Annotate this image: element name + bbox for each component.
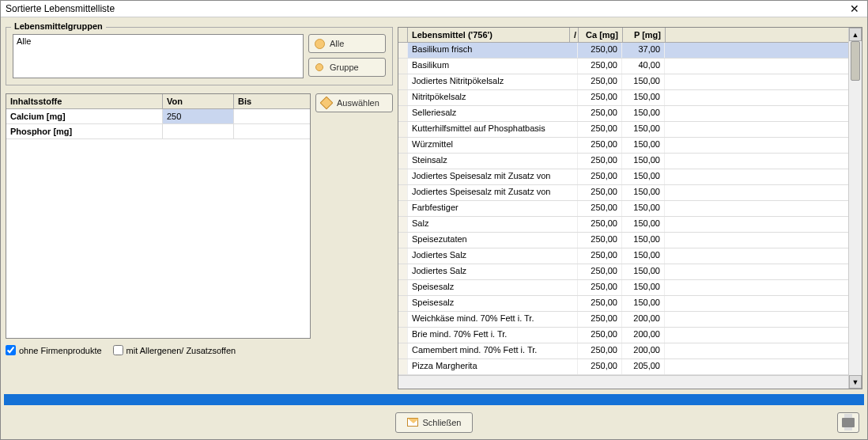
- food-p: 150,00: [622, 106, 665, 121]
- food-p: 150,00: [622, 169, 665, 184]
- row-handle[interactable]: [398, 248, 408, 264]
- col-food[interactable]: Lebensmittel ('756'): [408, 28, 570, 42]
- food-row[interactable]: Speisesalz250,00150,00: [398, 296, 848, 312]
- groups-listbox[interactable]: Alle: [13, 34, 304, 78]
- ohne-firma-input[interactable]: [6, 345, 16, 355]
- ingredients-table[interactable]: Inhaltsstoffe Von Bis Calcium [mg]250Pho…: [6, 93, 311, 339]
- scroll-down-button[interactable]: ▼: [849, 375, 862, 389]
- food-ca: 250,00: [578, 280, 622, 295]
- row-handle[interactable]: [398, 296, 408, 311]
- print-button[interactable]: [837, 412, 859, 433]
- food-row[interactable]: Nitritpökelsalz250,00150,00: [398, 90, 848, 106]
- mit-allergen-input[interactable]: [113, 345, 123, 355]
- groups-legend: Lebensmittelgruppen: [11, 21, 106, 31]
- circle-icon: [314, 38, 325, 49]
- row-handle[interactable]: [398, 74, 408, 89]
- food-name: Pizza Margherita: [408, 359, 578, 374]
- food-row[interactable]: Jodiertes Salz250,00150,00: [398, 248, 848, 264]
- food-row[interactable]: Basilikum frisch250,0037,00: [398, 43, 848, 59]
- food-header: Lebensmittel ('756') / Ca [mg] P [mg]: [398, 28, 848, 43]
- mail-icon: [407, 417, 418, 428]
- food-row[interactable]: Basilikum250,0040,00: [398, 59, 848, 74]
- food-name: Steinsalz: [408, 154, 578, 169]
- food-p: 205,00: [622, 359, 665, 374]
- ingredient-bis[interactable]: [234, 124, 310, 138]
- group-button[interactable]: Gruppe: [308, 58, 386, 77]
- row-handle[interactable]: [398, 59, 408, 74]
- food-scrollbar[interactable]: ▲ ▼: [848, 28, 862, 389]
- close-icon[interactable]: ✕: [847, 2, 862, 16]
- food-row[interactable]: Speisesalz250,00150,00: [398, 280, 848, 296]
- food-row[interactable]: Farbfestiger250,00150,00: [398, 201, 848, 217]
- food-p: 37,00: [622, 43, 665, 58]
- row-handle[interactable]: [398, 169, 408, 184]
- col-sort[interactable]: /: [570, 28, 579, 42]
- food-p: 150,00: [622, 280, 665, 295]
- ohne-firma-checkbox[interactable]: ohne Firmenprodukte: [6, 345, 102, 355]
- ingredient-von[interactable]: [163, 124, 234, 138]
- mit-allergen-checkbox[interactable]: mit Allergenen/ Zusatzsoffen: [113, 345, 236, 355]
- food-ca: 250,00: [578, 169, 622, 184]
- col-bis[interactable]: Bis: [234, 94, 310, 108]
- row-handle[interactable]: [398, 264, 408, 279]
- all-button[interactable]: Alle: [308, 34, 386, 53]
- col-ca[interactable]: Ca [mg]: [579, 28, 623, 42]
- food-name: Jodiertes Speisesalz mit Zusatz von: [408, 169, 578, 184]
- row-handle[interactable]: [398, 312, 408, 327]
- row-handle[interactable]: [398, 43, 408, 58]
- food-row[interactable]: Kutterhilfsmittel auf Phosphatbasis250,0…: [398, 122, 848, 138]
- food-row[interactable]: Salz250,00150,00: [398, 217, 848, 233]
- close-button[interactable]: Schließen: [395, 412, 474, 433]
- group-icon: [314, 62, 325, 73]
- food-name: Würzmittel: [408, 138, 578, 153]
- row-handle[interactable]: [398, 328, 408, 343]
- food-row[interactable]: Steinsalz250,00150,00: [398, 154, 848, 169]
- food-table[interactable]: Lebensmittel ('756') / Ca [mg] P [mg] Ba…: [398, 28, 848, 389]
- row-handle[interactable]: [398, 185, 408, 200]
- food-name: Jodiertes Nitritpökelsalz: [408, 74, 578, 89]
- select-button-label: Auswählen: [337, 98, 379, 108]
- food-p: 150,00: [622, 90, 665, 105]
- food-row[interactable]: Jodiertes Salz250,00150,00: [398, 264, 848, 280]
- food-ca: 250,00: [578, 154, 622, 169]
- ingredient-bis[interactable]: [234, 109, 310, 123]
- food-row[interactable]: Jodiertes Nitritpökelsalz250,00150,00: [398, 74, 848, 90]
- row-handle[interactable]: [398, 201, 408, 216]
- row-handle[interactable]: [398, 106, 408, 121]
- ingredients-rows: Calcium [mg]250Phosphor [mg]: [6, 109, 310, 139]
- food-row[interactable]: Jodiertes Speisesalz mit Zusatz von250,0…: [398, 169, 848, 185]
- food-row[interactable]: Pizza Margherita250,00205,00: [398, 359, 848, 375]
- ingredient-von[interactable]: 250: [163, 109, 234, 123]
- scroll-thumb[interactable]: [851, 41, 860, 81]
- food-row[interactable]: Selleriesalz250,00150,00: [398, 106, 848, 122]
- food-hscroll[interactable]: [398, 375, 848, 389]
- row-handle[interactable]: [398, 138, 408, 153]
- food-row[interactable]: Jodiertes Speisesalz mit Zusatz von250,0…: [398, 185, 848, 201]
- ingredient-row[interactable]: Calcium [mg]250: [6, 109, 310, 124]
- row-handle[interactable]: [398, 122, 408, 137]
- col-p[interactable]: P [mg]: [623, 28, 666, 42]
- row-handle[interactable]: [398, 233, 408, 248]
- col-ingredient[interactable]: Inhaltsstoffe: [6, 94, 163, 108]
- food-row[interactable]: Würzmittel250,00150,00: [398, 138, 848, 154]
- food-row[interactable]: Weichkäse mind. 70% Fett i. Tr.250,00200…: [398, 312, 848, 328]
- food-p: 150,00: [622, 122, 665, 137]
- food-ca: 250,00: [578, 90, 622, 105]
- food-row[interactable]: Camembert mind. 70% Fett i. Tr.250,00200…: [398, 343, 848, 359]
- row-handle[interactable]: [398, 217, 408, 232]
- col-rest: [666, 28, 848, 42]
- row-handle[interactable]: [398, 343, 408, 358]
- row-handle[interactable]: [398, 154, 408, 169]
- food-name: Nitritpökelsalz: [408, 90, 578, 105]
- ingredient-row[interactable]: Phosphor [mg]: [6, 124, 310, 139]
- food-row[interactable]: Speisezutaten250,00150,00: [398, 233, 848, 248]
- col-von[interactable]: Von: [163, 94, 234, 108]
- food-row[interactable]: Brie mind. 70% Fett i. Tr.250,00200,00: [398, 328, 848, 343]
- row-handle[interactable]: [398, 359, 408, 374]
- scroll-up-button[interactable]: ▲: [849, 28, 862, 41]
- row-handle[interactable]: [398, 90, 408, 105]
- titlebar: Sortierte Lebensmittelliste ✕: [1, 1, 867, 17]
- row-handle[interactable]: [398, 280, 408, 295]
- food-ca: 250,00: [578, 264, 622, 279]
- select-button[interactable]: Auswählen: [315, 93, 393, 112]
